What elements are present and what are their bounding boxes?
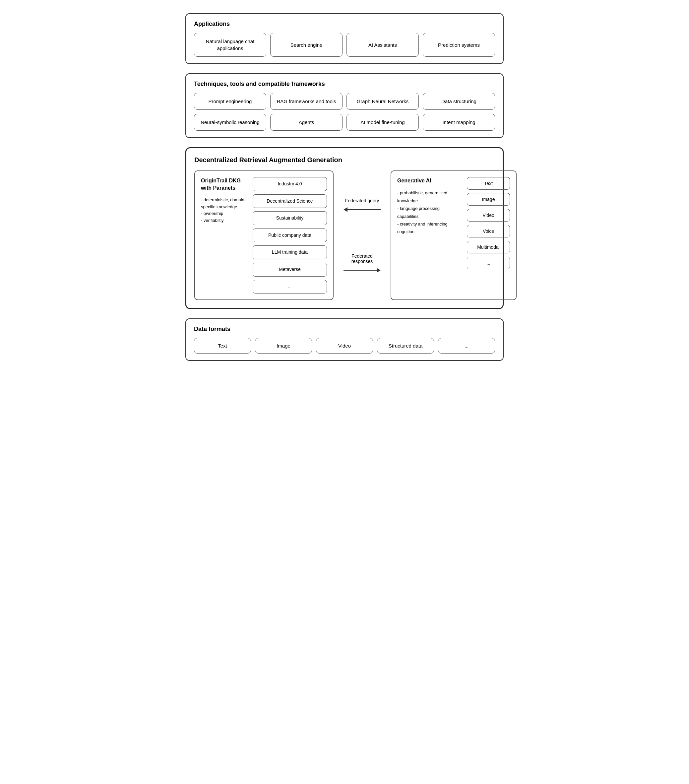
paranet-publicco: Public company data xyxy=(253,229,327,242)
format-more: ... xyxy=(438,338,495,354)
dkg-right-title: Generative AI xyxy=(397,177,462,184)
paranet-industry: Industry 4.0 xyxy=(253,177,327,191)
paranet-desci: Decentralized Science xyxy=(253,194,327,208)
data-formats-row: Text Image Video Structured data ... xyxy=(194,338,495,354)
techniques-row2: Neural-symbolic reasoning Agents AI mode… xyxy=(194,114,495,131)
technique-card-prompt: Prompt engineering xyxy=(194,93,266,110)
technique-card-intent: Intent mapping xyxy=(423,114,495,131)
dkg-paranets-cards: Industry 4.0 Decentralized Science Susta… xyxy=(253,177,327,293)
technique-card-gnn: Graph Neural Networks xyxy=(347,93,419,110)
dkg-right-desc: - probabilistic, generalized knowledge- … xyxy=(397,189,462,236)
format-image: Image xyxy=(255,338,312,354)
app-card-nlp: Natural language chat applications xyxy=(194,33,266,57)
federated-query-label: Federated query xyxy=(345,198,379,203)
federated-query-group: Federated query xyxy=(344,198,381,212)
output-video: Video xyxy=(467,209,510,222)
app-card-ai: AI Assistants xyxy=(347,33,419,57)
output-text: Text xyxy=(467,177,510,190)
output-more: ... xyxy=(467,257,510,269)
dkg-right-box: Generative AI - probabilistic, generaliz… xyxy=(391,170,516,300)
dkg-left-desc: - deterministic, domain-specific knowled… xyxy=(201,197,247,224)
format-video: Video xyxy=(316,338,373,354)
dkg-title: Decentralized Retrieval Augmented Genera… xyxy=(194,156,495,164)
dkg-left-text: OriginTrail DKG with Paranets - determin… xyxy=(201,177,247,293)
app-card-search: Search engine xyxy=(270,33,342,57)
applications-title: Applications xyxy=(194,21,495,28)
output-multimodal: Multimodal xyxy=(467,241,510,254)
format-structured: Structured data xyxy=(377,338,434,354)
dkg-left-box: OriginTrail DKG with Paranets - determin… xyxy=(194,170,334,300)
data-formats-title: Data formats xyxy=(194,326,495,333)
dkg-right-text: Generative AI - probabilistic, generaliz… xyxy=(397,177,462,293)
dkg-middle: Federated query Federated responses xyxy=(334,170,391,300)
techniques-row1: Prompt engineering RAG frameworks and to… xyxy=(194,93,495,110)
technique-card-neural: Neural-symbolic reasoning xyxy=(194,114,266,131)
output-image: Image xyxy=(467,193,510,206)
technique-card-agents: Agents xyxy=(270,114,342,131)
techniques-section: Techniques, tools and compatible framewo… xyxy=(185,73,504,138)
federated-responses-group: Federated responses xyxy=(344,254,381,273)
technique-card-data: Data structuring xyxy=(423,93,495,110)
format-text: Text xyxy=(194,338,251,354)
data-formats-section: Data formats Text Image Video Structured… xyxy=(185,318,504,361)
paranet-more: ... xyxy=(253,280,327,294)
paranet-metaverse: Metaverse xyxy=(253,263,327,277)
app-card-prediction: Prediction systems xyxy=(423,33,495,57)
federated-responses-label: Federated responses xyxy=(344,254,381,264)
applications-cards: Natural language chat applications Searc… xyxy=(194,33,495,57)
dkg-section: Decentralized Retrieval Augmented Genera… xyxy=(185,147,504,309)
output-voice: Voice xyxy=(467,225,510,237)
technique-card-rag: RAG frameworks and tools xyxy=(270,93,342,110)
dkg-inner-layout: OriginTrail DKG with Paranets - determin… xyxy=(194,170,495,300)
paranet-llm: LLM training data xyxy=(253,245,327,259)
technique-card-finetune: AI model fine-tuning xyxy=(347,114,419,131)
applications-section: Applications Natural language chat appli… xyxy=(185,13,504,64)
dkg-left-title: OriginTrail DKG with Paranets xyxy=(201,177,247,192)
techniques-title: Techniques, tools and compatible framewo… xyxy=(194,81,495,87)
dkg-output-cards: Text Image Video Voice Multimodal ... xyxy=(467,177,510,293)
paranet-sustainability: Sustainability xyxy=(253,211,327,225)
